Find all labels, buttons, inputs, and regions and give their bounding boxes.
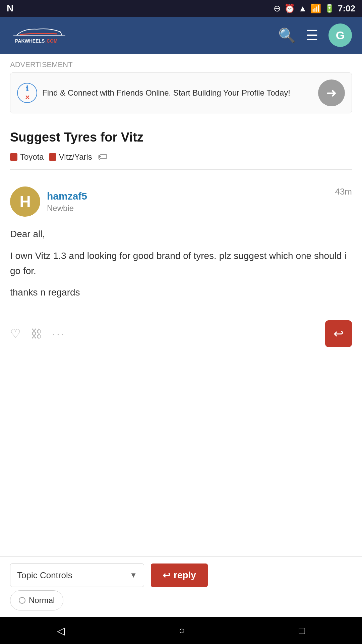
toyota-tag-label: Toyota (20, 152, 44, 162)
wifi-icon: ▲ (298, 3, 307, 14)
arrow-right-icon: ➜ (326, 86, 337, 100)
battery-icon: 🔋 (324, 4, 335, 13)
toyota-tag-dot (10, 153, 17, 161)
bottom-bar: Topic Controls ▼ ↩ reply Normal (0, 556, 362, 617)
user-role: Newbie (47, 204, 87, 213)
status-time: 7:02 (338, 3, 355, 14)
alarm-icon: ⏰ (284, 3, 295, 14)
reply-button-icon: ↩ (163, 570, 170, 581)
user-details: hamzaf5 Newbie (47, 191, 87, 213)
more-icon: ··· (52, 328, 65, 340)
pakwheels-logo: PAKWHEELS .COM (10, 25, 84, 45)
reply-button[interactable]: ↩ reply (151, 564, 208, 587)
user-avatar-btn[interactable]: G (328, 23, 352, 47)
logo-area[interactable]: PAKWHEELS .COM (10, 25, 84, 45)
signal-icon: 📶 (310, 3, 321, 14)
status-bar: N ⊖ ⏰ ▲ 📶 🔋 7:02 (0, 0, 362, 17)
tag-toyota[interactable]: Toyota (10, 152, 44, 162)
normal-dot-icon (19, 597, 25, 604)
menu-icon[interactable]: ☰ (306, 27, 318, 44)
thread-section: Suggest Tyres for Vitz Toyota Vitz/Yaris… (0, 120, 362, 180)
android-nav: ◁ ○ □ (0, 617, 362, 644)
tag-vitz[interactable]: Vitz/Yaris (49, 152, 92, 162)
recent-button[interactable]: □ (299, 625, 305, 636)
post-section: H hamzaf5 Newbie 43m Dear all, I own Vit… (0, 180, 362, 354)
navbar-actions: 🔍 ☰ G (278, 23, 352, 47)
post-body: Dear all, I own Vitz 1.3 and looking for… (10, 227, 352, 300)
main-content: ADVERTISEMENT ℹ ✕ Find & Connect with Fr… (0, 54, 362, 594)
normal-button[interactable]: Normal (10, 590, 63, 610)
home-button[interactable]: ○ (179, 625, 185, 636)
thread-title: Suggest Tyres for Vitz (10, 130, 352, 145)
minus-icon: ⊖ (274, 3, 281, 14)
post-header: H hamzaf5 Newbie 43m (10, 186, 352, 217)
post-line1: I own Vitz 1.3 and looking for good bran… (10, 249, 352, 279)
post-user-info: H hamzaf5 Newbie (10, 186, 87, 217)
status-right: ⊖ ⏰ ▲ 📶 🔋 7:02 (274, 3, 355, 14)
like-icon: ♡ (10, 327, 21, 341)
home-icon: ○ (179, 625, 185, 636)
ad-content: ℹ ✕ Find & Connect with Friends Online. … (17, 83, 318, 103)
post-user-avatar[interactable]: H (10, 186, 40, 217)
ad-box[interactable]: ℹ ✕ Find & Connect with Friends Online. … (10, 72, 352, 113)
thread-tags: Toyota Vitz/Yaris 🏷 (10, 151, 352, 163)
topic-controls-label: Topic Controls (17, 570, 72, 581)
search-icon[interactable]: 🔍 (278, 27, 296, 44)
navbar: PAKWHEELS .COM 🔍 ☰ G (0, 17, 362, 54)
vitz-tag-dot (49, 153, 56, 161)
normal-label: Normal (29, 596, 55, 605)
ad-text: Find & Connect with Friends Online. Star… (42, 87, 290, 99)
svg-text:.COM: .COM (45, 38, 58, 44)
ad-info-icon: ℹ ✕ (17, 83, 37, 103)
svg-text:PAKWHEELS: PAKWHEELS (15, 38, 45, 44)
bottom-row1: Topic Controls ▼ ↩ reply (10, 564, 352, 587)
back-button[interactable]: ◁ (57, 625, 65, 637)
post-time: 43m (335, 186, 352, 197)
reply-arrow-icon: ↩ (334, 327, 344, 341)
recent-icon: □ (299, 625, 305, 636)
tag-icon: 🏷 (97, 151, 107, 163)
ad-arrow-button[interactable]: ➜ (318, 79, 345, 106)
action-left: ♡ ⛓ ··· (10, 327, 65, 341)
username[interactable]: hamzaf5 (47, 191, 87, 202)
bottom-row2: Normal (10, 590, 352, 610)
vitz-tag-label: Vitz/Yaris (59, 152, 92, 162)
divider (10, 169, 352, 170)
more-button[interactable]: ··· (52, 328, 65, 340)
status-app-icon: N (7, 3, 13, 14)
dropdown-arrow-icon: ▼ (130, 571, 137, 580)
back-icon: ◁ (57, 625, 65, 636)
link-icon: ⛓ (31, 327, 42, 340)
reply-button-label: reply (174, 570, 196, 581)
post-actions: ♡ ⛓ ··· ↩ (10, 314, 352, 347)
like-button[interactable]: ♡ (10, 327, 21, 341)
post-reply-button[interactable]: ↩ (325, 320, 352, 347)
topic-controls-dropdown[interactable]: Topic Controls ▼ (10, 564, 144, 587)
post-line2: thanks n regards (10, 285, 352, 300)
bottom-spacer (0, 354, 362, 448)
link-button[interactable]: ⛓ (31, 327, 42, 340)
post-greeting: Dear all, (10, 227, 352, 242)
ad-label: ADVERTISEMENT (10, 60, 352, 69)
ad-section: ADVERTISEMENT ℹ ✕ Find & Connect with Fr… (0, 54, 362, 120)
